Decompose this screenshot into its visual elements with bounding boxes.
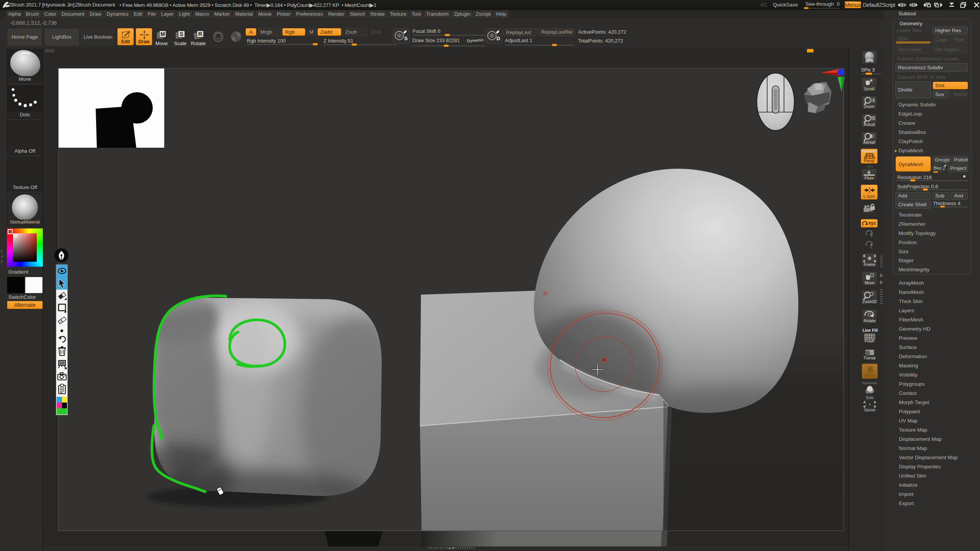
svg-text:Xpose: Xpose [864,408,875,412]
svg-text:M: M [160,31,165,37]
svg-text:BPR: BPR [866,59,874,63]
svg-text:AAHalf: AAHalf [863,140,875,145]
svg-text:S: S [404,36,408,41]
svg-text:Transp: Transp [863,355,875,360]
svg-text:R: R [198,31,202,37]
svg-text:Floor: Floor [865,176,874,180]
svg-text:Z: Z [870,245,872,249]
svg-text:Y: Y [870,234,873,238]
svg-text:PolyF: PolyF [865,339,875,343]
svg-text:Move: Move [865,280,875,285]
svg-text:Zoom: Zoom [864,104,874,109]
svg-text:D: D [497,36,500,41]
svg-text:x1: x1 [871,117,874,120]
svg-text:Scroll: Scroll [864,86,874,91]
svg-text:Zoom3D: Zoom3D [862,300,877,304]
svg-text:Rotate: Rotate [864,318,875,323]
svg-text:Actual: Actual [864,122,875,127]
svg-text:Frame: Frame [864,262,875,267]
svg-text:S: S [180,31,183,37]
